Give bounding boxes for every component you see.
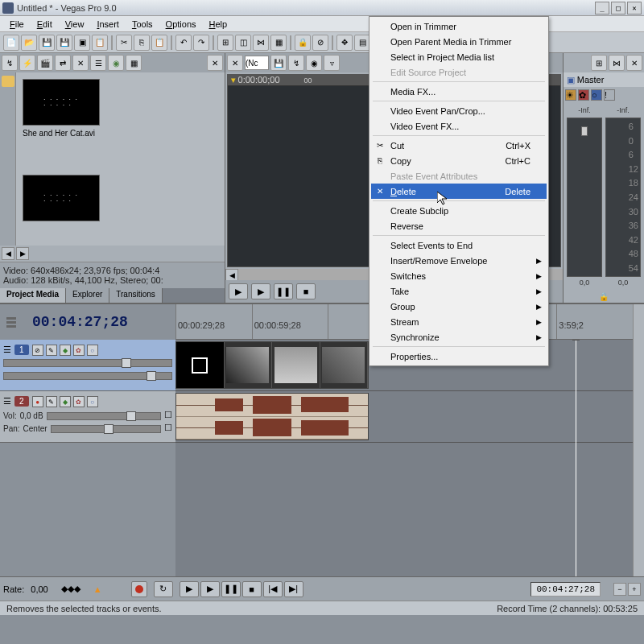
pm-views-icon[interactable]: ▦ xyxy=(126,55,142,71)
nav-next-icon[interactable]: ▶ xyxy=(16,247,29,260)
track-invert-icon[interactable]: ◆ xyxy=(60,396,71,407)
ctx-delete[interactable]: ✕DeleteDelete xyxy=(371,184,547,199)
menu-insert[interactable]: Insert xyxy=(90,18,126,31)
ignore-icon[interactable]: ⊘ xyxy=(312,35,328,51)
tracks-vscroll[interactable] xyxy=(633,340,644,576)
pause-icon[interactable]: ❚❚ xyxy=(274,283,293,299)
master-fx-icon[interactable]: ✿ xyxy=(578,89,589,101)
new-icon[interactable]: 📄 xyxy=(3,35,19,51)
loop-icon[interactable]: ↻ xyxy=(154,581,173,597)
vol-slider[interactable] xyxy=(47,412,161,420)
paste-icon[interactable]: 📋 xyxy=(151,35,167,51)
media-thumb[interactable]: · · · · · ·· · · · · xyxy=(23,79,100,126)
tool-normal-icon[interactable]: ✥ xyxy=(336,35,353,51)
close-button[interactable]: ✕ xyxy=(627,2,642,14)
tab-explorer[interactable]: Explorer xyxy=(66,288,109,303)
save-icon[interactable]: 💾 xyxy=(39,35,55,51)
track-mute-icon[interactable]: ○ xyxy=(87,396,98,407)
go-end-button[interactable]: ▶| xyxy=(284,581,303,597)
pm-close-icon[interactable]: ✕ xyxy=(207,55,223,71)
properties-icon[interactable]: 📋 xyxy=(92,35,108,51)
ctx-take[interactable]: Take▶ xyxy=(371,283,547,299)
ctx-select-events-to-end[interactable]: Select Events to End xyxy=(371,237,547,253)
ctx-stream[interactable]: Stream▶ xyxy=(371,314,547,329)
media-tree[interactable] xyxy=(0,72,16,246)
mixer-close-icon[interactable]: ✕ xyxy=(626,55,642,71)
timecode-display[interactable]: 00:04:27;28 xyxy=(32,314,128,330)
meter-left[interactable] xyxy=(567,118,602,277)
undo-icon[interactable]: ↶ xyxy=(175,35,192,51)
ctx-properties-[interactable]: Properties... xyxy=(371,349,547,364)
master-solo-icon[interactable]: ! xyxy=(604,89,615,101)
video-fade-slider[interactable] xyxy=(3,372,172,380)
pm-props-icon[interactable]: ☰ xyxy=(90,55,106,71)
trim-close-icon[interactable]: ✕ xyxy=(227,55,243,71)
save-all-icon[interactable]: 💾 xyxy=(56,35,72,51)
play-start-icon[interactable]: ▶ xyxy=(229,283,248,299)
pm-remove-icon[interactable]: ✕ xyxy=(72,55,89,71)
pm-film-icon[interactable]: 🎬 xyxy=(37,55,53,71)
record-button[interactable] xyxy=(131,581,147,597)
ctx-video-event-pan-crop-[interactable]: Video Event Pan/Crop... xyxy=(371,103,547,118)
play-icon[interactable]: ▶ xyxy=(251,283,270,299)
audio-clip[interactable] xyxy=(175,393,369,440)
menu-help[interactable]: Help xyxy=(203,18,234,31)
track-bypass-icon[interactable]: ⊘ xyxy=(32,345,43,356)
stop-button[interactable]: ■ xyxy=(242,581,262,597)
pm-bolt-icon[interactable]: ⚡ xyxy=(19,55,35,71)
audio-track-row[interactable] xyxy=(175,391,633,443)
ctx-group[interactable]: Group▶ xyxy=(371,299,547,314)
redo-icon[interactable]: ↷ xyxy=(193,35,209,51)
ripple-icon[interactable]: ◫ xyxy=(235,35,251,51)
menu-file[interactable]: File xyxy=(3,18,31,31)
trim-input[interactable] xyxy=(245,56,269,70)
time-display[interactable]: 00:04:27;28 xyxy=(530,582,601,597)
lock-icon[interactable]: 🔒 xyxy=(295,35,311,51)
menu-edit[interactable]: Edit xyxy=(31,18,59,31)
ctx-open-parent-media-in-trimmer[interactable]: Open Parent Media in Trimmer xyxy=(371,34,547,49)
pan-slider[interactable] xyxy=(51,425,161,433)
ctx-copy[interactable]: ⎘CopyCtrl+C xyxy=(371,153,547,168)
track-mute-icon[interactable]: ○ xyxy=(87,345,98,356)
track-auto-icon[interactable]: ✎ xyxy=(46,345,57,356)
trim-save-icon[interactable]: 💾 xyxy=(270,55,287,71)
shuttle-icon[interactable]: ◆◆◆ xyxy=(55,584,87,594)
pm-replace-icon[interactable]: ⇄ xyxy=(55,55,71,71)
audio-track-header[interactable]: ☰ 2 ● ✎ ◆ ✿ ○ Vol: 0,0 dB ☐ xyxy=(0,391,175,443)
ctx-reverse[interactable]: Reverse xyxy=(371,218,547,233)
track-fx-icon[interactable]: ✿ xyxy=(73,396,85,407)
ctx-video-event-fx-[interactable]: Video Event FX... xyxy=(371,118,547,134)
timeline-vscroll[interactable] xyxy=(633,304,644,340)
play-start-button[interactable]: ▶ xyxy=(180,581,199,597)
open-icon[interactable]: 📂 xyxy=(21,35,37,51)
trim-tool-icon[interactable]: ↯ xyxy=(288,55,304,71)
playhead[interactable] xyxy=(576,340,576,576)
quantize-icon[interactable]: ▦ xyxy=(270,35,287,51)
minimize-button[interactable]: _ xyxy=(595,2,609,14)
folder-icon[interactable] xyxy=(2,76,14,87)
mixer-icon[interactable]: ⊞ xyxy=(591,55,607,71)
track-auto-icon[interactable]: ✎ xyxy=(46,396,57,407)
go-start-button[interactable]: |◀ xyxy=(263,581,283,597)
tab-project-media[interactable]: Project Media xyxy=(0,288,66,303)
cut-icon[interactable]: ✂ xyxy=(116,35,132,51)
zoom-in-icon[interactable]: + xyxy=(628,583,641,596)
zoom-out-icon[interactable]: − xyxy=(613,583,626,596)
nav-prev-icon[interactable]: ◀ xyxy=(2,247,14,260)
ctx-select-in-project-media-list[interactable]: Select in Project Media list xyxy=(371,49,547,64)
auto-crossfade-icon[interactable]: ⋈ xyxy=(253,35,269,51)
menu-view[interactable]: View xyxy=(59,18,91,31)
maximize-button[interactable]: □ xyxy=(611,2,625,14)
bus-icon[interactable]: ⋈ xyxy=(609,55,625,71)
marker-icon[interactable]: ▲ xyxy=(93,584,102,594)
ctx-cut[interactable]: ✂CutCtrl+X xyxy=(371,138,547,153)
snap-icon[interactable]: ⊞ xyxy=(217,35,233,51)
ctx-switches[interactable]: Switches▶ xyxy=(371,268,547,283)
master-mute-icon[interactable]: ○ xyxy=(591,89,602,101)
track-arm-icon[interactable]: ● xyxy=(32,396,43,407)
fader-thumb[interactable] xyxy=(581,126,588,136)
track-fx-icon[interactable]: ✿ xyxy=(73,345,85,356)
pm-tool-icon[interactable]: ↯ xyxy=(2,55,18,71)
video-clip[interactable] xyxy=(175,341,369,389)
track-clips-area[interactable] xyxy=(175,340,633,576)
